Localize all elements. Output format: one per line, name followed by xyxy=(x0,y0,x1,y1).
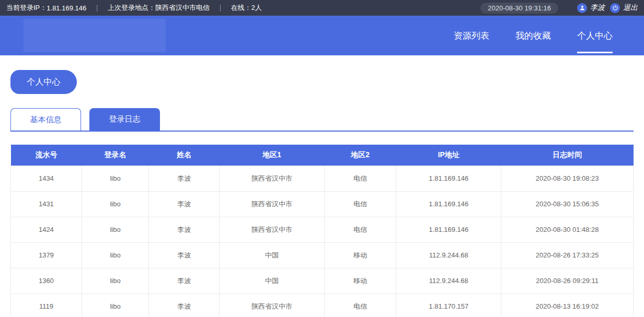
table-cell: 1379 xyxy=(11,242,82,268)
table-cell: 1360 xyxy=(11,268,82,293)
table-body: 1434libo李波陕西省汉中市电信1.81.169.1462020-08-30… xyxy=(11,166,634,317)
nav-item-favorites[interactable]: 我的收藏 xyxy=(515,16,551,55)
login-log-table: 流水号登录名姓名地区1地区2IP地址日志时间 1434libo李波陕西省汉中市电… xyxy=(10,145,634,317)
table-cell: 李波 xyxy=(149,191,220,217)
column-header: 地区1 xyxy=(219,145,324,166)
table-cell: 2020-08-30 01:48:28 xyxy=(501,217,634,242)
table-cell: 李波 xyxy=(149,166,220,191)
separator: ｜ xyxy=(217,3,224,13)
table-cell: 电信 xyxy=(325,166,396,191)
table-cell: libo xyxy=(82,191,149,217)
table-row: 1379libo李波中国移动112.9.244.682020-08-26 17:… xyxy=(11,242,634,268)
personal-center-title-button[interactable]: 个人中心 xyxy=(10,70,77,94)
table-row: 1119libo李波陕西省汉中市电信1.81.170.1572020-08-13… xyxy=(11,293,634,317)
table-cell: 陕西省汉中市 xyxy=(219,191,324,217)
table-cell: 中国 xyxy=(219,242,324,268)
last-location-label: 上次登录地点： xyxy=(108,3,155,13)
table-cell: 1.81.169.146 xyxy=(396,217,501,242)
table-cell: 中国 xyxy=(219,268,324,293)
table-cell: 李波 xyxy=(149,268,220,293)
table-cell: 电信 xyxy=(325,217,396,242)
power-icon xyxy=(610,3,620,13)
current-ip-label: 当前登录IP： xyxy=(6,3,47,13)
table-cell: 移动 xyxy=(325,268,396,293)
table-row: 1434libo李波陕西省汉中市电信1.81.169.1462020-08-30… xyxy=(11,166,634,191)
table-cell: 李波 xyxy=(149,242,220,268)
nav-item-personal-center[interactable]: 个人中心 xyxy=(577,16,613,55)
login-timestamp: 2020-08-30 19:31:16 xyxy=(480,3,558,14)
logo-placeholder xyxy=(24,19,166,52)
table-cell: 1424 xyxy=(11,217,82,242)
column-header: IP地址 xyxy=(396,145,501,166)
table-cell: 电信 xyxy=(325,293,396,317)
tab-basic-info[interactable]: 基本信息 xyxy=(10,108,81,131)
table-cell: 陕西省汉中市 xyxy=(219,217,324,242)
table-cell: 2020-08-30 19:08:23 xyxy=(501,166,634,191)
main-nav: 资源列表 我的收藏 个人中心 xyxy=(428,16,644,55)
table-row: 1431libo李波陕西省汉中市电信1.81.169.1462020-08-30… xyxy=(11,191,634,217)
top-status-bar: 当前登录IP： 1.81.169.146 ｜ 上次登录地点： 陕西省汉中市电信 … xyxy=(0,0,644,16)
column-header: 地区2 xyxy=(325,145,396,166)
table-cell: 112.9.244.68 xyxy=(396,242,501,268)
table-cell: 电信 xyxy=(325,191,396,217)
table-cell: 陕西省汉中市 xyxy=(219,166,324,191)
table-cell: 1431 xyxy=(11,191,82,217)
separator: ｜ xyxy=(94,3,100,13)
column-header: 流水号 xyxy=(11,145,82,166)
table-row: 1360libo李波中国移动112.9.244.682020-08-26 09:… xyxy=(11,268,634,293)
table-cell: 1.81.170.157 xyxy=(396,293,501,317)
table-cell: 2020-08-30 15:06:35 xyxy=(501,191,634,217)
username: 李波 xyxy=(590,3,605,13)
table-cell: 1119 xyxy=(11,293,82,317)
last-location-value: 陕西省汉中市电信 xyxy=(155,3,210,13)
column-header: 姓名 xyxy=(149,145,220,166)
table-cell: 2020-08-26 17:33:25 xyxy=(501,242,634,268)
tab-login-log[interactable]: 登录日志 xyxy=(89,108,160,131)
table-cell: 李波 xyxy=(149,293,220,317)
table-cell: 1.81.169.146 xyxy=(396,166,501,191)
tab-bar: 基本信息 登录日志 xyxy=(10,108,634,132)
logout-label: 退出 xyxy=(623,3,638,13)
main-header: 资源列表 我的收藏 个人中心 xyxy=(0,16,644,55)
user-icon xyxy=(577,3,587,13)
table-cell: 2020-08-26 09:29:11 xyxy=(501,268,634,293)
column-header: 登录名 xyxy=(82,145,149,166)
online-label: 在线： xyxy=(231,3,251,13)
table-cell: libo xyxy=(82,217,149,242)
logout-button[interactable]: 退出 xyxy=(610,3,638,13)
table-cell: 陕西省汉中市 xyxy=(219,293,324,317)
table-cell: libo xyxy=(82,293,149,317)
online-count: 2人 xyxy=(251,3,262,13)
table-cell: 移动 xyxy=(325,242,396,268)
table-cell: 112.9.244.68 xyxy=(396,268,501,293)
table-cell: libo xyxy=(82,242,149,268)
table-header-row: 流水号登录名姓名地区1地区2IP地址日志时间 xyxy=(11,145,634,166)
table-cell: 1.81.169.146 xyxy=(396,191,501,217)
user-chip[interactable]: 李波 xyxy=(577,3,605,13)
nav-item-resource-list[interactable]: 资源列表 xyxy=(454,16,489,55)
table-cell: 2020-08-13 16:19:02 xyxy=(501,293,634,317)
table-cell: libo xyxy=(82,268,149,293)
current-ip-value: 1.81.169.146 xyxy=(47,4,86,12)
table-cell: 1434 xyxy=(11,166,82,191)
column-header: 日志时间 xyxy=(501,145,634,166)
table-cell: libo xyxy=(82,166,149,191)
table-cell: 李波 xyxy=(149,217,220,242)
table-row: 1424libo李波陕西省汉中市电信1.81.169.1462020-08-30… xyxy=(11,217,634,242)
